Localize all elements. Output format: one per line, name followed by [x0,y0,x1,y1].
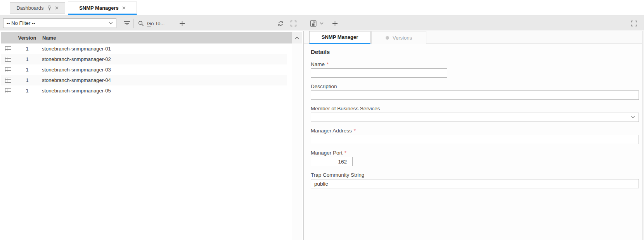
refresh-button[interactable] [275,18,286,28]
row-name: stonebranch-snmpmanager-02 [39,56,287,62]
record-icon [5,57,11,62]
row-name: stonebranch-snmpmanager-03 [39,67,287,73]
tab-dashboards[interactable]: Dashboards [10,2,65,14]
row-version: 1 [16,88,39,94]
grid-header: Version Name [1,32,302,43]
versions-dot-icon [386,36,389,40]
manager-port-label: Manager Port* [311,150,642,156]
field-manager-port: Manager Port* [311,150,642,166]
row-name: stonebranch-snmpmanager-04 [39,77,287,83]
vertical-scrollbar[interactable] [292,43,302,240]
maximize-icon [631,21,637,26]
grid-header-icon-column [1,32,16,43]
filter-icon [124,21,130,26]
member-select[interactable] [311,113,639,122]
trap-community-string-label: Trap Community String [311,172,642,178]
refresh-icon [277,20,284,27]
grid-header-name[interactable]: Name [39,32,292,43]
required-marker: * [345,150,346,156]
required-marker: * [327,61,329,67]
field-name: Name* [311,61,642,78]
tab-snmp-managers[interactable]: SNMP Managers [68,2,137,15]
table-row[interactable]: 1 stonebranch-snmpmanager-01 [1,43,287,54]
row-version: 1 [16,56,39,62]
table-row[interactable]: 1 stonebranch-snmpmanager-05 [1,85,287,96]
maximize-detail-button[interactable] [629,18,639,28]
save-icon [310,20,317,27]
required-marker: * [354,128,356,134]
save-button[interactable] [308,18,318,28]
new-record-button[interactable] [330,18,340,28]
main-area: Version Name 1 stonebranch-snmpmanager-0… [0,31,644,240]
table-row[interactable]: 1 stonebranch-snmpmanager-04 [1,75,287,85]
row-name: stonebranch-snmpmanager-05 [39,88,287,94]
close-icon[interactable] [122,6,126,10]
field-member-of-business-services: Member of Business Services [311,105,642,122]
trap-community-string-field[interactable] [311,179,639,188]
grid-body: 1 stonebranch-snmpmanager-01 1 stonebran… [1,43,287,96]
description-label: Description [311,83,642,89]
tab-versions-label: Versions [393,35,412,41]
goto-button[interactable]: Go To... [138,18,164,28]
search-icon [138,21,144,26]
tab-dashboards-label: Dashboards [16,5,43,11]
toolbar: -- No Filter -- Go To... [0,16,644,30]
close-icon[interactable] [55,6,59,10]
maximize-icon [291,21,296,26]
manager-port-field[interactable] [311,157,353,166]
tab-versions[interactable]: Versions [371,31,426,44]
name-field[interactable] [311,68,447,78]
snmp-managers-list-panel: Version Name 1 stonebranch-snmpmanager-0… [0,31,303,240]
filter-button[interactable] [122,18,132,28]
name-label: Name* [311,61,642,67]
row-version: 1 [16,46,39,52]
chevron-down-icon [631,116,635,118]
field-trap-community-string: Trap Community String [311,172,642,188]
save-menu-chevron-icon[interactable] [320,22,324,25]
row-name: stonebranch-snmpmanager-01 [39,46,287,52]
manager-address-label: Manager Address* [311,127,642,134]
filter-select-value: -- No Filter -- [7,20,35,26]
window-tab-bar: Dashboards SNMP Managers [0,0,644,15]
add-record-button[interactable] [177,18,187,28]
scroll-up-button[interactable] [292,32,302,43]
details-form: Details Name* Description Member of Busi… [304,44,642,188]
filter-select[interactable]: -- No Filter -- [3,18,116,28]
detail-tab-bar: SNMP Manager Versions [304,31,642,44]
record-icon [5,88,11,93]
member-select-input[interactable] [311,113,639,122]
tab-snmp-managers-label: SNMP Managers [79,5,119,11]
tab-snmp-manager[interactable]: SNMP Manager [309,31,370,44]
manager-address-field[interactable] [311,135,639,144]
maximize-list-button[interactable] [288,18,298,28]
member-label: Member of Business Services [311,105,642,111]
section-title: Details [311,49,642,56]
scroll-up-icon [295,37,299,39]
description-field[interactable] [311,90,639,100]
pin-icon[interactable] [47,5,52,10]
snmp-manager-detail-panel: SNMP Manager Versions Details Name* Desc… [303,31,642,240]
record-icon [5,46,11,51]
row-version: 1 [16,77,39,83]
toolbar-separator [174,19,174,28]
record-icon [5,78,11,83]
add-icon [332,20,338,27]
table-row[interactable]: 1 stonebranch-snmpmanager-03 [1,64,287,75]
field-manager-address: Manager Address* [311,127,642,144]
add-icon [179,20,185,27]
goto-label: Go To... [147,21,164,26]
chevron-down-icon [109,22,113,24]
tab-snmp-manager-label: SNMP Manager [322,34,358,40]
row-version: 1 [16,67,39,73]
table-row[interactable]: 1 stonebranch-snmpmanager-02 [1,54,287,64]
record-icon [5,67,11,72]
grid-header-version[interactable]: Version [16,32,39,43]
field-description: Description [311,83,642,100]
toolbar-separator [133,19,134,28]
